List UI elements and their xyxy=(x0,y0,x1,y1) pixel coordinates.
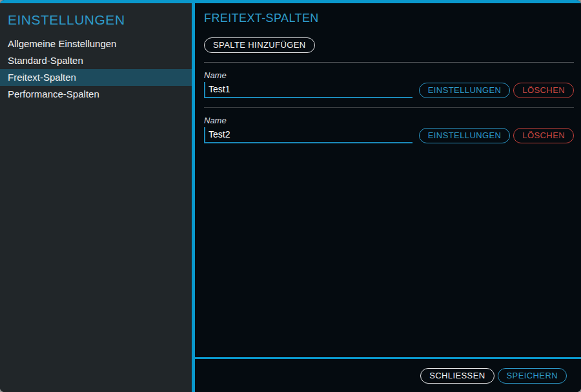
settings-dialog: EINSTELLUNGEN Allgemeine Einstellungen S… xyxy=(0,0,581,392)
delete-button[interactable]: LÖSCHEN xyxy=(513,128,574,143)
close-button[interactable]: SCHLIESSEN xyxy=(420,368,494,384)
delete-button[interactable]: LÖSCHEN xyxy=(513,83,574,98)
settings-button[interactable]: EINSTELLUNGEN xyxy=(419,83,511,98)
sidebar-title: EINSTELLUNGEN xyxy=(0,11,192,28)
main-panel: FREITEXT-SPALTEN SPALTE HINZUFÜGEN Name … xyxy=(195,3,581,392)
add-column-button[interactable]: SPALTE HINZUFÜGEN xyxy=(204,37,315,53)
name-input-wrap xyxy=(204,127,413,143)
sidebar-item-standard-spalten[interactable]: Standard-Spalten xyxy=(0,52,192,69)
column-row: Name EINSTELLUNGEN LÖSCHEN xyxy=(204,108,574,143)
row-buttons: EINSTELLUNGEN LÖSCHEN xyxy=(419,83,574,98)
footer: SCHLIESSEN SPEICHERN xyxy=(195,357,581,392)
page-title: FREITEXT-SPALTEN xyxy=(204,12,574,25)
row-buttons: EINSTELLUNGEN LÖSCHEN xyxy=(419,128,574,143)
name-input[interactable] xyxy=(205,127,413,142)
sidebar-item-allgemeine-einstellungen[interactable]: Allgemeine Einstellungen xyxy=(0,36,192,52)
field-label: Name xyxy=(204,70,574,80)
sidebar-item-freitext-spalten[interactable]: Freitext-Spalten xyxy=(0,69,192,86)
sidebar: EINSTELLUNGEN Allgemeine Einstellungen S… xyxy=(0,3,192,392)
field-label: Name xyxy=(204,116,574,125)
settings-button[interactable]: EINSTELLUNGEN xyxy=(419,128,511,143)
sidebar-item-performance-spalten[interactable]: Performance-Spalten xyxy=(0,86,192,103)
save-button[interactable]: SPEICHERN xyxy=(498,368,567,384)
column-row: Name EINSTELLUNGEN LÖSCHEN xyxy=(204,63,574,98)
dialog-body: EINSTELLUNGEN Allgemeine Einstellungen S… xyxy=(0,3,581,392)
name-input-wrap xyxy=(204,82,413,98)
main-content: FREITEXT-SPALTEN SPALTE HINZUFÜGEN Name … xyxy=(195,3,581,357)
name-input[interactable] xyxy=(205,82,413,97)
